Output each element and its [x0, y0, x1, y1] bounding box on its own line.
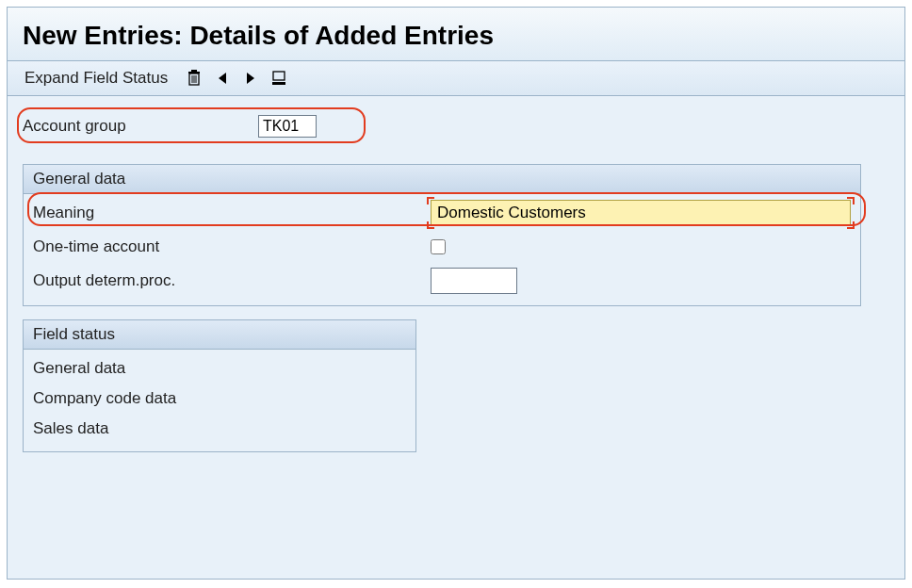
output-determ-input[interactable] — [431, 268, 517, 294]
one-time-account-checkbox[interactable] — [431, 239, 446, 254]
svg-marker-7 — [247, 73, 254, 84]
delete-icon[interactable] — [185, 69, 204, 88]
svg-rect-4 — [188, 72, 200, 74]
one-time-account-row: One-time account — [24, 232, 860, 262]
meaning-input[interactable] — [431, 200, 851, 226]
main-frame: New Entries: Details of Added Entries Ex… — [7, 7, 905, 580]
next-icon[interactable] — [241, 69, 260, 88]
print-icon[interactable] — [269, 69, 288, 88]
expand-field-status-button[interactable]: Expand Field Status — [24, 69, 168, 88]
field-status-item[interactable]: Sales data — [24, 414, 415, 444]
field-status-item[interactable]: Company code data — [24, 384, 415, 414]
toolbar: Expand Field Status — [8, 61, 904, 96]
output-determ-label: Output determ.proc. — [33, 271, 431, 290]
account-group-row: Account group — [23, 115, 889, 138]
content-area: Account group General data Meaning One-t… — [8, 96, 904, 467]
account-group-input[interactable] — [258, 115, 317, 138]
general-data-header: General data — [24, 165, 860, 194]
meaning-label: Meaning — [33, 204, 431, 222]
field-status-header: Field status — [24, 320, 415, 350]
meaning-row: Meaning — [24, 194, 860, 232]
previous-icon[interactable] — [213, 69, 232, 88]
one-time-account-label: One-time account — [33, 237, 431, 256]
title-bar: New Entries: Details of Added Entries — [8, 8, 904, 61]
svg-rect-5 — [191, 70, 197, 72]
svg-rect-9 — [272, 82, 285, 85]
svg-rect-8 — [273, 72, 285, 80]
output-determ-row: Output determ.proc. — [24, 262, 860, 305]
field-status-item[interactable]: General data — [24, 353, 415, 384]
account-group-label: Account group — [23, 117, 258, 136]
page-title: New Entries: Details of Added Entries — [23, 21, 889, 51]
svg-marker-6 — [219, 73, 226, 84]
field-status-groupbox: Field status General data Company code d… — [23, 319, 416, 452]
general-data-groupbox: General data Meaning One-time account Ou… — [23, 164, 861, 306]
